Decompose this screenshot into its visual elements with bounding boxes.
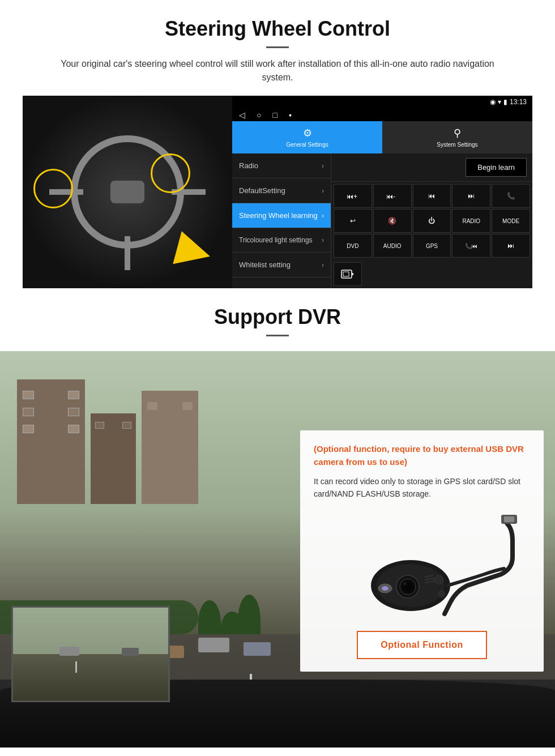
svg-text:⏮+: ⏮+ — [347, 193, 357, 200]
dvr-small-screen — [11, 606, 170, 702]
dvr-screen-content — [13, 608, 168, 701]
dvr-camera-illustration — [314, 512, 530, 625]
menu-item-whitelist[interactable]: Whitelist setting › — [232, 253, 331, 277]
highlight-circle-left — [33, 169, 73, 208]
chevron-icon: › — [322, 261, 324, 269]
svg-point-12 — [403, 582, 407, 586]
ctrl-prev[interactable]: ⏮ — [413, 184, 451, 208]
steering-photo — [23, 96, 232, 288]
svg-marker-4 — [352, 272, 354, 276]
ctrl-call[interactable]: 📞 — [492, 184, 530, 208]
statusbar-time: 13:13 — [510, 98, 527, 106]
ctrl-mute[interactable]: 🔇 — [373, 209, 412, 233]
svg-point-19 — [382, 586, 388, 591]
building-1 — [17, 379, 85, 504]
ctrl-mode[interactable]: MODE — [492, 209, 530, 233]
optional-fn-row: Optional Function — [314, 631, 530, 659]
dvr-title-bar: Support DVR — [0, 288, 555, 351]
building-3 — [142, 391, 198, 504]
controls-panel: Begin learn ⏮+ ⏮- ⏮ ⏭ 📞 — [331, 153, 532, 288]
ctrl-power[interactable]: ⏻ — [413, 209, 451, 233]
nav-menu-icon[interactable]: ▪ — [289, 110, 292, 119]
dvr-info-box: (Optional function, require to buy exter… — [300, 430, 544, 672]
signal-icon: ▮ — [503, 98, 507, 106]
ctrl-next[interactable]: ⏭ — [452, 184, 490, 208]
android-statusbar: ◉ ▾ ▮ 13:13 — [232, 96, 532, 109]
svg-rect-6 — [504, 516, 514, 522]
svg-rect-3 — [343, 272, 349, 276]
steering-subtitle: Your original car's steering wheel contr… — [45, 57, 510, 84]
nav-recents-icon[interactable]: □ — [272, 110, 277, 119]
dvr-title: Support DVR — [23, 305, 532, 329]
arrow-overlay — [177, 235, 222, 269]
dvr-section: Support DVR — [0, 288, 555, 748]
menu-item-defaultsetting[interactable]: DefaultSetting › — [232, 178, 331, 203]
steering-title: Steering Wheel Control — [23, 17, 532, 41]
menu-item-radio[interactable]: Radio › — [232, 153, 331, 178]
gear-icon: ⚙ — [303, 127, 312, 139]
nav-home-icon[interactable]: ○ — [257, 110, 261, 119]
chevron-icon: › — [322, 236, 324, 244]
menu-item-steering-learning[interactable]: Steering Wheel learning › — [232, 203, 331, 228]
svg-text:⏮-: ⏮- — [386, 193, 395, 200]
controls-grid: ⏮+ ⏮- ⏮ ⏭ 📞 ↩ 🔇 ⏻ RADIO MODE — [331, 182, 532, 260]
ctrl-dvd[interactable]: DVD — [334, 234, 372, 258]
car-4 — [244, 642, 271, 656]
building-2 — [91, 413, 136, 504]
optional-function-button[interactable]: Optional Function — [357, 631, 486, 659]
svg-point-14 — [438, 591, 445, 597]
begin-learn-row: Begin learn — [331, 153, 532, 182]
android-content: Radio › DefaultSetting › Steering Wheel … — [232, 153, 532, 288]
status-icons: ◉ ▾ ▮ 13:13 — [490, 98, 527, 106]
highlight-circle-right — [151, 153, 190, 193]
car-3 — [198, 638, 229, 652]
wifi-icon: ▾ — [498, 98, 501, 106]
dvr-background: (Optional function, require to buy exter… — [0, 351, 555, 748]
android-tabs: ⚙ General Settings ⚲ System Settings — [232, 121, 532, 153]
menu-list: Radio › DefaultSetting › Steering Wheel … — [232, 153, 331, 288]
location-icon: ◉ — [490, 98, 496, 106]
ctrl-back[interactable]: ↩ — [334, 209, 372, 233]
ctrl-audio[interactable]: AUDIO — [373, 234, 412, 258]
svg-point-13 — [434, 575, 443, 584]
tab-general-settings[interactable]: ⚙ General Settings — [232, 121, 382, 153]
dvr-description: It can record video only to storage in G… — [314, 475, 530, 501]
steering-screenshot: ◉ ▾ ▮ 13:13 ◁ ○ □ ▪ ⚙ General Settings — [23, 96, 532, 288]
title-divider — [266, 46, 289, 48]
ctrl-dvr[interactable] — [334, 262, 362, 286]
ctrl-skip-end[interactable]: ⏭ — [492, 234, 530, 258]
dvr-camera-svg — [320, 512, 524, 625]
chevron-icon: › — [322, 162, 324, 170]
tab-system-settings[interactable]: ⚲ System Settings — [382, 121, 532, 153]
ctrl-vol-down[interactable]: ⏮- — [373, 184, 412, 208]
dvr-divider — [266, 335, 289, 336]
ctrl-gps[interactable]: GPS — [413, 234, 451, 258]
chevron-icon: › — [322, 212, 324, 220]
begin-learn-button[interactable]: Begin learn — [466, 158, 527, 177]
steering-section: Steering Wheel Control Your original car… — [0, 0, 555, 288]
menu-item-tricoloured[interactable]: Tricoloured light settings › — [232, 228, 331, 253]
android-panel: ◉ ▾ ▮ 13:13 ◁ ○ □ ▪ ⚙ General Settings — [232, 96, 532, 288]
ctrl-call-prev[interactable]: 📞⏮ — [452, 234, 490, 258]
chevron-icon: › — [322, 187, 324, 195]
nav-back-icon[interactable]: ◁ — [239, 110, 245, 119]
ctrl-vol-up[interactable]: ⏮+ — [334, 184, 372, 208]
dvr-optional-text: (Optional function, require to buy exter… — [314, 443, 530, 468]
ctrl-radio[interactable]: RADIO — [452, 209, 490, 233]
settings-icon: ⚲ — [454, 127, 461, 139]
